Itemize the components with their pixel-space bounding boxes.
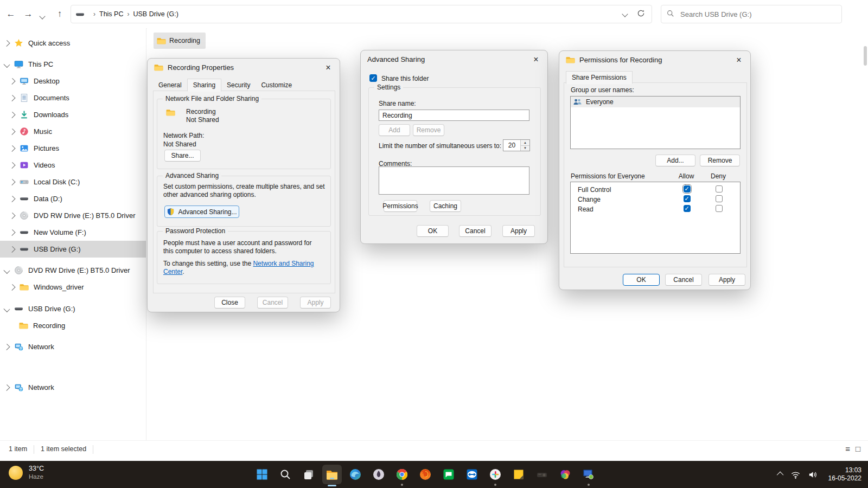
cancel-button[interactable]: Cancel [257, 297, 288, 309]
up-icon[interactable]: ↑ [53, 8, 66, 21]
chevron-down-icon[interactable] [3, 61, 10, 67]
chevron-right-icon[interactable] [9, 78, 15, 84]
group-item-everyone[interactable]: Everyone [571, 97, 740, 107]
deny-checkbox-read[interactable] [716, 205, 723, 212]
close-icon[interactable]: × [528, 55, 544, 65]
chevron-down-icon[interactable] [3, 305, 10, 312]
wifi-icon[interactable] [790, 470, 801, 480]
taskbar-media-player-icon[interactable] [559, 468, 572, 481]
close-icon[interactable]: × [731, 55, 747, 65]
sidebar-item-pictures[interactable]: Pictures [0, 140, 146, 157]
remove-button[interactable]: Remove [700, 155, 740, 166]
breadcrumb-this-pc[interactable]: This PC [99, 10, 123, 18]
tab-general[interactable]: General [153, 79, 187, 91]
sidebar-item-this-pc[interactable]: This PC [0, 56, 146, 73]
sidebar-item-documents[interactable]: Documents [0, 89, 146, 106]
address-dropdown-icon[interactable] [623, 10, 627, 18]
chevron-right-icon[interactable] [9, 128, 15, 134]
chevron-right-icon[interactable] [9, 284, 15, 290]
sidebar-item-local-disk-c[interactable]: Local Disk (C:) [0, 174, 146, 190]
forward-icon[interactable]: → [22, 8, 35, 21]
comments-textarea[interactable] [379, 166, 529, 195]
advanced-sharing-button[interactable]: Advanced Sharing... [164, 206, 239, 218]
taskbar-file-explorer-icon[interactable] [326, 468, 339, 481]
taskbar-firefox-icon[interactable] [419, 468, 432, 481]
clock[interactable]: 13:03 16-05-2022 [828, 466, 861, 483]
ok-button[interactable]: OK [623, 274, 660, 286]
allow-checkbox-change[interactable]: ✓ [684, 195, 691, 202]
share-this-folder-checkbox[interactable]: ✓ [369, 74, 377, 82]
chevron-right-icon[interactable] [9, 162, 15, 168]
tray-overflow-icon[interactable] [778, 471, 783, 478]
chevron-right-icon[interactable] [9, 246, 15, 252]
chevron-down-icon[interactable] [3, 267, 10, 273]
group-list[interactable]: Everyone [570, 96, 741, 149]
taskbar-chrome-icon[interactable] [395, 468, 409, 481]
breadcrumb-usb-drive[interactable]: USB Drive (G:) [133, 10, 178, 18]
sidebar-item-network[interactable]: Network [0, 379, 146, 396]
caching-button[interactable]: Caching [430, 200, 461, 212]
taskbar-slack-icon[interactable] [489, 468, 502, 481]
permissions-list[interactable]: Full Control✓Change✓Read✓ [570, 182, 741, 254]
limit-users-spinner[interactable]: 20 ▲ ▼ [503, 139, 530, 151]
sidebar-item-downloads[interactable]: Downloads [0, 106, 146, 123]
taskbar-teamviewer-icon[interactable] [465, 468, 478, 481]
deny-checkbox-change[interactable] [716, 195, 723, 202]
chevron-right-icon[interactable] [9, 229, 15, 235]
chevron-right-icon[interactable] [3, 40, 10, 46]
spinner-up-icon[interactable]: ▲ [521, 140, 529, 146]
deny-checkbox-full-control[interactable] [716, 185, 723, 192]
chevron-right-icon[interactable] [9, 212, 15, 219]
tab-customize[interactable]: Customize [256, 79, 297, 91]
taskbar-sticky-notes-icon[interactable] [512, 468, 525, 481]
sidebar-item-windows-driver[interactable]: Windows_driver [0, 279, 146, 296]
tab-sharing[interactable]: Sharing [187, 79, 221, 92]
share-button[interactable]: Share... [164, 150, 201, 162]
large-icons-view-icon[interactable]: □ [856, 444, 860, 453]
ok-button[interactable]: OK [417, 225, 449, 237]
sidebar-item-new-volume-f[interactable]: New Volume (F:) [0, 224, 146, 241]
taskbar-google-chat-icon[interactable] [442, 468, 455, 481]
permissions-button[interactable]: Permissions [384, 200, 417, 212]
chevron-right-icon[interactable] [3, 343, 10, 350]
search-input[interactable] [679, 10, 836, 19]
taskbar-media-round-icon[interactable] [372, 468, 385, 481]
taskbar-search-icon[interactable] [279, 468, 292, 481]
file-item-recording[interactable]: Recording [154, 33, 206, 49]
allow-checkbox-full-control[interactable]: ✓ [684, 185, 691, 192]
sidebar-item-quick-access[interactable]: Quick access [0, 35, 146, 52]
share-name-input[interactable] [379, 110, 529, 121]
apply-button[interactable]: Apply [709, 274, 745, 286]
cancel-button[interactable]: Cancel [459, 225, 492, 237]
apply-button[interactable]: Apply [300, 297, 331, 309]
recent-locations-icon[interactable] [40, 12, 44, 20]
sidebar-item-network[interactable]: Network [0, 338, 146, 355]
sidebar-item-usb-drive-g[interactable]: USB Drive (G:) [0, 300, 146, 317]
sidebar-item-videos[interactable]: Videos [0, 157, 146, 174]
taskbar-remote-desktop-icon[interactable] [582, 468, 595, 481]
refresh-icon[interactable] [637, 9, 645, 19]
taskbar-projector-icon[interactable] [535, 468, 548, 481]
chevron-right-icon[interactable] [9, 94, 15, 101]
taskbar-edge-icon[interactable] [349, 468, 362, 481]
close-button[interactable]: Close [214, 297, 245, 309]
add-button[interactable]: Add... [655, 155, 695, 166]
cancel-button[interactable]: Cancel [665, 274, 702, 286]
sidebar-item-music[interactable]: Music [0, 123, 146, 140]
search-box[interactable] [661, 5, 842, 23]
chevron-right-icon[interactable] [9, 195, 15, 202]
sidebar-item-dvd-rw-drive-e-bt5-0-driver[interactable]: DVD RW Drive (E:) BT5.0 Driver [0, 207, 146, 224]
back-icon[interactable]: ← [4, 8, 17, 21]
scrollbar-thumb[interactable] [864, 46, 867, 66]
weather-widget[interactable]: 33°C Haze [9, 465, 44, 480]
spinner-down-icon[interactable]: ▼ [521, 146, 529, 151]
chevron-right-icon[interactable] [9, 145, 15, 151]
chevron-right-icon[interactable] [9, 178, 15, 185]
sidebar-item-recording[interactable]: Recording [0, 317, 146, 334]
sidebar-item-data-d[interactable]: Data (D:) [0, 190, 146, 207]
address-bar[interactable]: › This PC › USB Drive (G:) [71, 5, 652, 23]
tab-share-permissions[interactable]: Share Permissions [566, 71, 633, 84]
sidebar-item-usb-drive-g[interactable]: USB Drive (G:) [0, 241, 146, 258]
allow-checkbox-read[interactable]: ✓ [684, 205, 691, 212]
taskbar-task-view-icon[interactable] [302, 468, 315, 481]
